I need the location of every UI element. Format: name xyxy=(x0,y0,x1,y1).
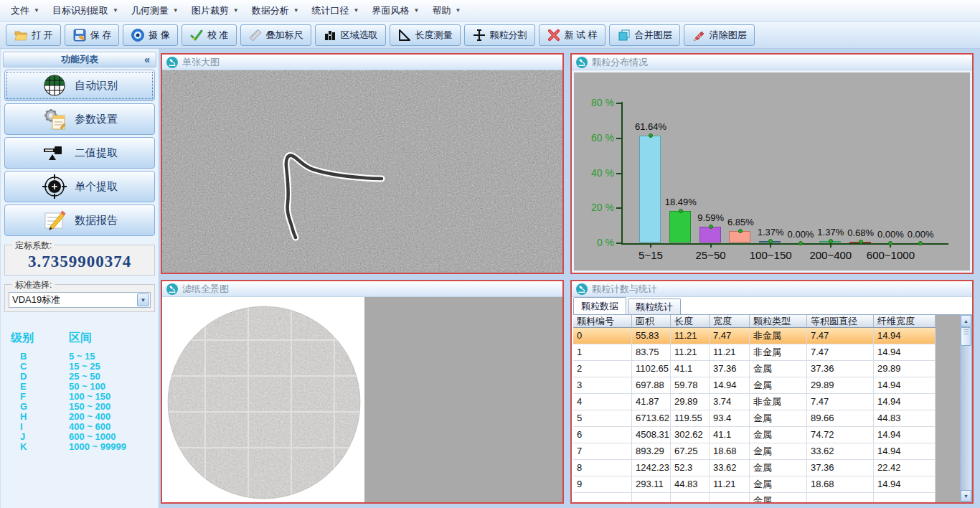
grade-level: J xyxy=(1,432,69,442)
menu-item-target-extract[interactable]: 目标识别提取▼ xyxy=(46,2,125,19)
menu-item-data-analysis[interactable]: 数据分析▼ xyxy=(245,2,306,19)
grade-level: E xyxy=(1,382,69,392)
table-cell: 29.89 xyxy=(874,361,936,377)
save-button[interactable]: 保 存 xyxy=(65,24,120,46)
sidebar-button-label: 二值提取 xyxy=(75,146,118,160)
table-cell: 93.4 xyxy=(710,410,750,426)
dropdown-arrow-icon[interactable]: ▼ xyxy=(137,293,149,306)
table-cell: 67.25 xyxy=(671,443,710,459)
grade-level-header: 级别 xyxy=(1,331,69,346)
table-row[interactable]: 055.8311.217.47非金属7.4714.94 xyxy=(573,328,936,344)
data-report-button[interactable]: 数据报告 xyxy=(4,204,155,236)
new-sample-icon xyxy=(547,28,561,42)
table-row[interactable]: 9293.1144.8311.21金属18.6814.94 xyxy=(573,476,936,493)
calibrate-button[interactable]: 校 准 xyxy=(182,24,237,46)
panorama-canvas[interactable] xyxy=(162,297,562,502)
merge-layers-button[interactable]: 合并图层 xyxy=(609,24,680,46)
column-header[interactable]: 长度 xyxy=(671,315,710,327)
menu-item-image-crop[interactable]: 图片裁剪▼ xyxy=(185,2,245,19)
region-select-button[interactable]: 区域选取 xyxy=(315,24,386,46)
grade-row: K1000 ~ 99999 xyxy=(1,442,159,452)
length-measure-button[interactable]: 长度测量 xyxy=(390,24,461,46)
menu-label: 界面风格 xyxy=(372,4,410,17)
table-cell: 41.1 xyxy=(710,427,750,443)
table-row[interactable]: 81242.2352.333.62金属37.3622.42 xyxy=(573,460,936,476)
x-tick-label: 600~1000 xyxy=(867,249,915,261)
button-label: 区域选取 xyxy=(341,29,378,42)
grade-level: H xyxy=(1,412,69,422)
table-row[interactable]: 441.8729.893.74非金属7.4714.94 xyxy=(573,394,936,410)
save-icon xyxy=(72,28,87,42)
particle-distribution-panel: 颗粒分布情况 0 %20 %40 %60 %80 %61.64%18.49%9.… xyxy=(570,53,974,274)
column-header[interactable]: 颗料编号 xyxy=(573,315,632,327)
clear-layers-button[interactable]: 清除图层 xyxy=(684,24,755,46)
table-cell: 44.83 xyxy=(671,476,710,492)
y-tick-label: 60 % xyxy=(580,132,614,144)
scrollbar-thumb[interactable] xyxy=(961,327,971,346)
column-header[interactable]: 宽度 xyxy=(710,315,750,327)
open-button[interactable]: 打 开 xyxy=(6,24,61,46)
chevron-down-icon: ▼ xyxy=(113,7,118,14)
new-sample-button[interactable]: 新 试 样 xyxy=(539,24,606,46)
x-tick-label: 200~400 xyxy=(809,249,852,261)
table-row[interactable]: 64508.31302.6241.1金属74.7214.94 xyxy=(573,427,936,443)
calibration-value: 3.7359900374 xyxy=(9,253,151,271)
table-cell: 3.74 xyxy=(710,394,750,410)
table-cell xyxy=(573,493,632,502)
table-cell: 金属 xyxy=(750,377,807,393)
table-row[interactable]: 183.7511.2111.21非金属7.4714.94 xyxy=(573,344,936,361)
panorama-empty-area xyxy=(364,297,562,502)
overlay-ruler-button[interactable]: 叠加标尺 xyxy=(240,24,311,46)
column-header[interactable]: 纤维宽度 xyxy=(874,315,936,327)
table-cell: 41.87 xyxy=(632,394,671,410)
table-cell: 37.36 xyxy=(710,361,750,377)
single-extract-button[interactable]: 单个提取 xyxy=(4,171,155,202)
menu-item-help[interactable]: 帮助▼ xyxy=(425,2,467,19)
collapse-sidebar-button[interactable]: « xyxy=(144,54,150,65)
capture-button[interactable]: 摄 像 xyxy=(123,24,178,46)
table-row[interactable]: 3697.8859.7814.94金属29.8914.94 xyxy=(573,377,936,394)
menu-item-file[interactable]: 文件▼ xyxy=(4,2,46,19)
column-header[interactable]: 等积圆直径 xyxy=(807,315,874,327)
particle-split-button[interactable]: 颗粒分割 xyxy=(464,24,535,46)
column-header[interactable]: 颗粒类型 xyxy=(750,315,807,327)
column-header[interactable]: 面积 xyxy=(632,315,671,327)
table-cell: 29.89 xyxy=(807,377,874,393)
menu-item-geometry-measure[interactable]: 几何测量▼ xyxy=(125,2,185,19)
table-cell xyxy=(874,493,936,502)
scroll-up-arrow-icon[interactable]: ▲ xyxy=(961,315,971,326)
table-row-clipped[interactable]: 金属 xyxy=(573,493,936,502)
y-tick-label: 0 % xyxy=(580,237,614,248)
button-label: 摄 像 xyxy=(149,29,170,42)
table-row[interactable]: 21102.6541.137.36金属37.3629.89 xyxy=(573,361,936,377)
table-row[interactable]: 56713.62119.5593.4金属89.6644.83 xyxy=(573,410,936,427)
table-cell xyxy=(807,493,874,502)
merge-layers-icon xyxy=(617,28,631,42)
menu-item-statistic-caliber[interactable]: 统计口径▼ xyxy=(306,2,366,19)
table-cell: 41.1 xyxy=(671,361,710,377)
table-cell: 1242.23 xyxy=(632,460,671,476)
data-point-marker xyxy=(649,133,653,138)
button-label: 叠加标尺 xyxy=(266,29,303,42)
auto-recognize-button[interactable]: 自动识别 xyxy=(4,70,155,101)
grade-range: 25 ~ 50 xyxy=(69,372,100,382)
grade-level: G xyxy=(1,402,69,412)
microscope-icon xyxy=(576,283,588,295)
grade-row: B5 ~ 15 xyxy=(1,352,159,362)
binary-extract-button[interactable]: 二值提取 xyxy=(4,137,155,169)
y-tick-mark xyxy=(616,103,621,104)
table-vertical-scrollbar[interactable]: ▲ ▼ xyxy=(960,314,972,502)
single-image-canvas[interactable] xyxy=(162,70,562,273)
standard-select[interactable]: VDA19标准 ▼ xyxy=(9,292,151,308)
chart-bar xyxy=(669,211,691,243)
bar-value-label: 0.68% xyxy=(847,227,874,238)
table-row[interactable]: 7893.2967.2518.68金属33.6214.94 xyxy=(573,443,936,460)
x-tick-mark xyxy=(830,245,831,248)
tab-particle-data[interactable]: 颗粒数据 xyxy=(573,297,626,314)
menu-item-ui-style[interactable]: 界面风格▼ xyxy=(366,2,426,19)
grade-row: C15 ~ 25 xyxy=(1,362,159,372)
scroll-down-arrow-icon[interactable]: ▼ xyxy=(961,490,971,502)
tab-particle-statistics[interactable]: 颗粒统计 xyxy=(628,298,681,314)
param-settings-button[interactable]: 参数设置 xyxy=(4,103,155,135)
grade-level: B xyxy=(1,352,69,362)
